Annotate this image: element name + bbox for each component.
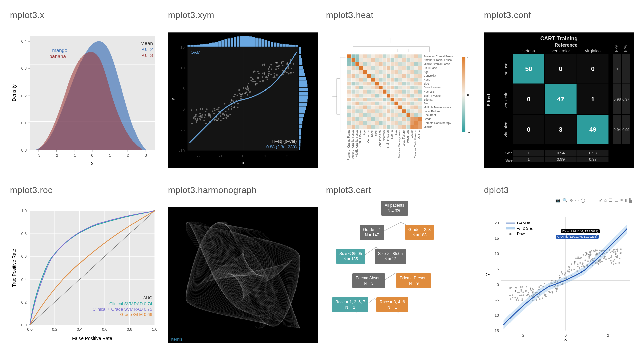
svg-rect-614: [355, 121, 359, 125]
svg-rect-430: [379, 82, 383, 85]
svg-rect-342: [406, 62, 410, 66]
logo-icon[interactable]: ▮: [625, 198, 627, 204]
svg-rect-465: [367, 90, 371, 94]
svg-point-981: [596, 250, 598, 251]
svg-rect-370: [367, 70, 371, 74]
svg-rect-64: [286, 44, 289, 47]
svg-rect-395: [391, 74, 394, 78]
svg-text:0: 0: [527, 126, 531, 133]
svg-rect-554: [418, 105, 422, 109]
svg-point-985: [575, 257, 577, 259]
svg-text:Edema: Edema: [424, 98, 433, 101]
svg-point-975: [520, 287, 521, 288]
svg-point-941: [515, 290, 516, 292]
svg-point-240: [270, 74, 272, 75]
reset-icon[interactable]: ⌂: [604, 198, 607, 204]
svg-point-237: [268, 73, 270, 75]
svg-rect-336: [383, 62, 386, 66]
svg-point-856: [526, 286, 527, 287]
camera-icon[interactable]: 📷: [555, 198, 560, 204]
svg-rect-70: [299, 55, 301, 58]
svg-rect-330: [359, 62, 363, 66]
svg-point-262: [282, 70, 284, 72]
svg-point-924: [589, 255, 591, 256]
svg-rect-368: [359, 70, 363, 74]
zoom-icon[interactable]: 🔍: [562, 198, 568, 204]
svg-point-814: [613, 264, 614, 265]
xlabel-roc: False Positive Rate: [72, 336, 112, 341]
svg-rect-444: [359, 86, 363, 89]
hover-closest-icon[interactable]: ☐: [614, 198, 618, 204]
svg-rect-32: [188, 45, 191, 47]
svg-point-115: [199, 118, 201, 120]
svg-rect-459: [418, 86, 422, 89]
hover-compare-icon[interactable]: ≡: [620, 198, 623, 204]
svg-rect-558: [359, 109, 363, 113]
dendrogram-top: [353, 38, 430, 52]
zoom-out-icon[interactable]: －: [593, 198, 597, 204]
svg-rect-34: [194, 45, 197, 46]
svg-rect-416: [398, 78, 402, 82]
svg-text:0: 0: [91, 153, 94, 157]
svg-point-244: [274, 73, 275, 74]
svg-rect-296: [375, 54, 379, 58]
svg-rect-394: [387, 74, 390, 78]
svg-rect-36: [200, 44, 203, 47]
zoom-in-icon[interactable]: ＋: [587, 198, 591, 204]
svg-point-790: [610, 260, 611, 261]
svg-rect-644: [398, 125, 402, 129]
svg-point-784: [536, 299, 537, 301]
svg-rect-79: [299, 88, 308, 91]
svg-point-855: [517, 292, 518, 293]
svg-rect-998: [506, 227, 515, 229]
svg-point-102: [195, 114, 197, 115]
svg-rect-75: [299, 73, 305, 76]
select-icon[interactable]: ▭: [575, 198, 579, 204]
svg-rect-533: [410, 102, 414, 105]
ppv-label: PPV: [614, 45, 619, 52]
spike-icon[interactable]: ☰: [609, 198, 612, 204]
toggle-hist-icon[interactable]: ▙: [629, 198, 632, 204]
svg-point-269: [288, 68, 289, 69]
svg-point-907: [579, 262, 581, 264]
svg-point-786: [582, 264, 583, 265]
svg-rect-589: [406, 113, 410, 117]
svg-rect-457: [410, 86, 414, 89]
svg-rect-546: [387, 105, 390, 109]
svg-text:Middle Cranial Fossa: Middle Cranial Fossa: [355, 130, 358, 157]
svg-point-205: [250, 77, 252, 78]
svg-rect-633: [355, 125, 359, 129]
svg-point-918: [614, 259, 615, 260]
svg-point-276: [291, 68, 292, 69]
svg-point-216: [259, 81, 261, 82]
svg-rect-78: [299, 84, 308, 87]
svg-text:Local Failure: Local Failure: [402, 130, 405, 147]
svg-point-942: [528, 292, 529, 293]
svg-point-927: [526, 295, 528, 296]
pan-icon[interactable]: ✥: [570, 198, 573, 204]
svg-rect-561: [371, 109, 375, 113]
svg-text:0.1: 0.1: [21, 121, 27, 125]
colorbar: [462, 57, 465, 132]
chart-roc: AUC Clinical SVMRAD 0.74Clinical + Grade…: [10, 198, 160, 352]
svg-rect-322: [402, 58, 406, 62]
lasso-icon[interactable]: ◯: [581, 198, 585, 204]
svg-text:setosa: setosa: [522, 48, 535, 53]
svg-rect-581: [375, 113, 379, 117]
svg-point-788: [577, 258, 579, 259]
svg-rect-427: [367, 82, 371, 85]
svg-point-176: [233, 96, 235, 97]
svg-rect-362: [410, 66, 414, 70]
svg-rect-86: [299, 114, 304, 117]
svg-point-948: [548, 291, 550, 292]
svg-text:1: 1: [264, 154, 266, 158]
heatmap-row-labels: Posterior Cranial FossaAnterior Cranial …: [424, 55, 453, 129]
svg-text:virginica: virginica: [585, 48, 601, 53]
svg-point-931: [604, 256, 606, 257]
svg-rect-520: [359, 102, 363, 105]
svg-point-871: [584, 260, 586, 261]
autoscale-icon[interactable]: ⤢: [599, 198, 602, 204]
svg-rect-289: [347, 54, 351, 58]
svg-point-845: [577, 264, 578, 265]
svg-point-140: [214, 119, 215, 121]
